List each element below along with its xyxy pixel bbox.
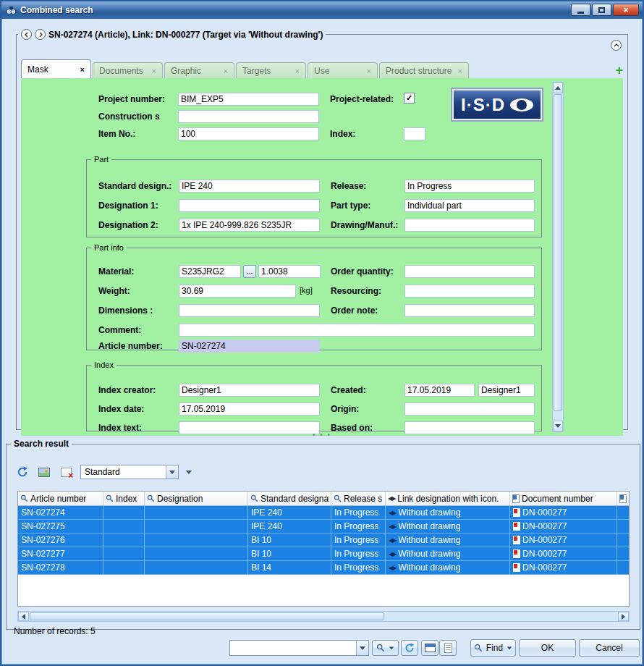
scroll-left-arrow[interactable] — [18, 612, 29, 621]
part-info-group-legend: Part info — [91, 243, 127, 252]
delete-button[interactable]: × — [59, 465, 73, 479]
cell-text: In Progress — [334, 562, 378, 573]
tab-use[interactable]: Use× — [308, 62, 378, 78]
scroll-up-arrow[interactable] — [553, 83, 563, 93]
dimensions-input[interactable] — [179, 304, 320, 317]
cancel-button[interactable]: Cancel — [579, 639, 640, 657]
close-button[interactable]: × — [613, 4, 639, 16]
find-button[interactable]: Find — [470, 639, 516, 657]
tab-close-icon[interactable]: × — [152, 67, 156, 75]
combined-search-window: Combined search × SN-027274 (Article), L… — [0, 0, 644, 666]
tab-label: Graphic — [171, 66, 201, 76]
scroll-down-arrow[interactable] — [553, 421, 563, 431]
designation1-input[interactable] — [179, 199, 320, 212]
column-header-designation[interactable]: Designation — [145, 492, 248, 505]
release-input[interactable] — [404, 180, 535, 193]
footer-combobox[interactable] — [229, 640, 369, 656]
ok-button[interactable]: OK — [519, 639, 576, 657]
part-type-input[interactable] — [404, 199, 535, 212]
part-group: Part Standard design.: Release: Designat… — [86, 155, 542, 237]
table-view-button[interactable] — [421, 640, 438, 656]
drawing-manuf-input[interactable] — [404, 219, 535, 232]
cell-link: ◀▶Without drawing — [386, 534, 510, 547]
cell-release: In Progress — [331, 547, 386, 561]
item-no-input[interactable] — [178, 127, 319, 140]
tab-close-icon[interactable]: × — [295, 67, 300, 75]
construction-input[interactable] — [178, 110, 319, 123]
search-options-button[interactable] — [372, 640, 399, 656]
cell-designation — [145, 520, 248, 534]
collapse-button[interactable] — [611, 40, 622, 51]
scrollbar-thumb[interactable] — [554, 94, 562, 411]
created-date-input[interactable] — [404, 384, 475, 397]
tab-close-icon[interactable]: × — [80, 65, 85, 74]
result-row[interactable]: SN-027278BI 14In Progress◀▶Without drawi… — [18, 561, 630, 575]
preset-dropdown-icon[interactable] — [186, 471, 192, 474]
column-header-s[interactable]: S — [617, 492, 630, 505]
find-dropdown-icon[interactable] — [507, 646, 512, 649]
splitter-handle[interactable]: • • • — [1, 431, 643, 439]
tab-mask[interactable]: Mask× — [21, 59, 91, 78]
maximize-button[interactable] — [592, 4, 611, 16]
export-button[interactable] — [37, 465, 51, 479]
preset-combobox[interactable]: Standard — [80, 465, 179, 479]
horizontal-scrollbar[interactable] — [17, 611, 630, 622]
column-header-article[interactable]: Article number — [18, 492, 103, 505]
standard-design-input[interactable] — [179, 180, 320, 193]
preset-combo-arrow[interactable] — [166, 465, 178, 479]
column-header-index[interactable]: Index — [103, 492, 145, 505]
column-header-link[interactable]: ◀▶Link designation with icon. — [386, 492, 510, 505]
result-row[interactable]: SN-027274IPE 240In Progress◀▶Without dra… — [18, 506, 630, 520]
delete-table-icon: × — [61, 468, 72, 477]
cell-standard: BI 10 — [248, 547, 331, 561]
refresh-button[interactable] — [15, 465, 30, 479]
cell-standard: IPE 240 — [248, 520, 331, 534]
result-row[interactable]: SN-027275IPE 240In Progress◀▶Without dra… — [18, 520, 630, 534]
column-header-release[interactable]: Release s — [331, 492, 386, 505]
cell-text: DN-000277 — [522, 562, 567, 573]
cell-document: DN-000277 — [510, 561, 617, 575]
weight-input[interactable] — [179, 284, 296, 298]
material-browse-button[interactable]: ... — [243, 265, 256, 278]
index-creator-input[interactable] — [179, 384, 320, 397]
origin-input[interactable] — [404, 402, 535, 416]
designation2-input[interactable] — [179, 219, 320, 232]
image-icon — [38, 468, 50, 477]
tab-close-icon[interactable]: × — [224, 67, 228, 75]
next-link-button[interactable] — [35, 29, 46, 40]
column-header-standard[interactable]: Standard designatic — [248, 492, 331, 505]
cell-document: DN-000277 — [510, 520, 617, 534]
tab-close-icon[interactable]: × — [457, 67, 462, 75]
result-row[interactable]: SN-027276BI 10In Progress◀▶Without drawi… — [18, 534, 630, 547]
minimize-button[interactable] — [571, 4, 590, 16]
material-input[interactable] — [179, 265, 241, 278]
result-row[interactable]: SN-027277BI 10In Progress◀▶Without drawi… — [18, 547, 630, 561]
tab-graphic[interactable]: Graphic× — [164, 62, 234, 78]
material-number-input[interactable] — [258, 265, 321, 278]
prev-link-button[interactable] — [21, 29, 32, 40]
tab-product-structure[interactable]: Product structure× — [379, 62, 469, 78]
index-input[interactable] — [404, 127, 425, 140]
tab-close-icon[interactable]: × — [367, 67, 371, 75]
scrollbar-thumb[interactable] — [30, 612, 384, 620]
tab-documents[interactable]: Documents× — [93, 62, 163, 78]
results-body: SN-027274IPE 240In Progress◀▶Without dra… — [18, 506, 629, 575]
add-tab-button[interactable]: + — [615, 65, 623, 75]
project-related-checkbox[interactable]: ✓ — [404, 93, 415, 104]
refresh-results-button[interactable] — [401, 640, 418, 656]
page-icon — [444, 643, 452, 653]
tab-targets[interactable]: Targets× — [236, 62, 306, 78]
order-note-input[interactable] — [404, 304, 535, 317]
footer-combo-arrow[interactable] — [356, 641, 368, 655]
vertical-scrollbar[interactable] — [552, 82, 564, 432]
created-by-input[interactable] — [478, 384, 535, 397]
resourcing-input[interactable] — [404, 284, 535, 298]
scroll-right-arrow[interactable] — [618, 612, 629, 621]
order-quantity-input[interactable] — [404, 265, 535, 278]
comment-input[interactable] — [179, 324, 535, 337]
project-number-input[interactable] — [178, 93, 319, 106]
titlebar[interactable]: Combined search × — [1, 1, 643, 19]
report-button[interactable] — [439, 640, 457, 656]
column-header-document[interactable]: Document number — [510, 492, 617, 505]
index-date-input[interactable] — [179, 402, 320, 416]
